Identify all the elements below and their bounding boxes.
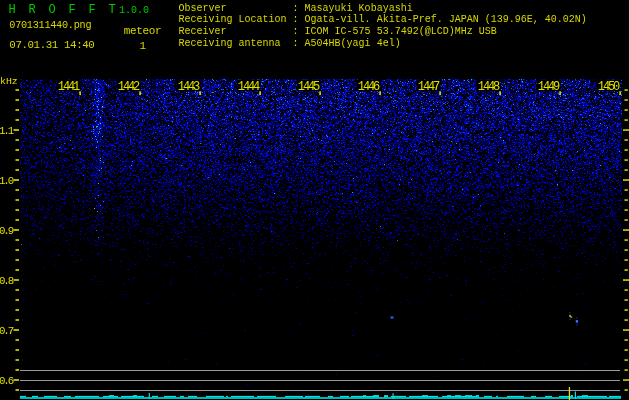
svg-text:1444: 1444 — [238, 80, 260, 94]
svg-text:0701311440.png: 0701311440.png — [9, 20, 91, 31]
svg-text:0.8: 0.8 — [0, 275, 14, 287]
svg-text:1: 1 — [140, 40, 147, 52]
svg-text:1446: 1446 — [358, 80, 380, 94]
svg-text:1.1: 1.1 — [0, 125, 14, 137]
svg-text:Receiving Location : Ogata-vil: Receiving Location : Ogata-vill. Akita-P… — [179, 14, 587, 25]
svg-text:1448: 1448 — [478, 80, 500, 94]
svg-text:F: F — [69, 3, 76, 17]
svg-text:1447: 1447 — [418, 80, 440, 94]
svg-text:1449: 1449 — [538, 80, 560, 94]
svg-text:meteor: meteor — [124, 25, 162, 37]
svg-text:1445: 1445 — [298, 80, 320, 94]
svg-text:Receiver : ICOM IC-5: Receiver : ICOM IC-575 53.7492(@LCD)MHz … — [179, 26, 497, 37]
svg-text:Receiving antenna : A504HB(ya: Receiving antenna : A504HB(yagi 4el) — [179, 38, 401, 49]
svg-text:O: O — [49, 3, 56, 17]
svg-text:0.7: 0.7 — [0, 325, 14, 337]
svg-text:F: F — [89, 3, 96, 17]
svg-text:0.9: 0.9 — [0, 225, 14, 237]
svg-text:1442: 1442 — [118, 80, 140, 94]
svg-text:1.0.0: 1.0.0 — [119, 5, 149, 16]
svg-text:T: T — [109, 3, 116, 17]
svg-text:1450: 1450 — [598, 80, 620, 94]
svg-text:1441: 1441 — [58, 80, 80, 94]
svg-text:R: R — [29, 3, 36, 17]
svg-text:1.0: 1.0 — [0, 175, 14, 187]
svg-text:07.01.31 14:40: 07.01.31 14:40 — [9, 39, 94, 51]
svg-text:1443: 1443 — [178, 80, 200, 94]
svg-text:Observer : Masayuki: Observer : Masayuki Kobayashi — [179, 3, 413, 14]
svg-text:kHz: kHz — [0, 76, 18, 87]
svg-text:H: H — [9, 3, 16, 17]
svg-text:0.6: 0.6 — [0, 375, 14, 387]
